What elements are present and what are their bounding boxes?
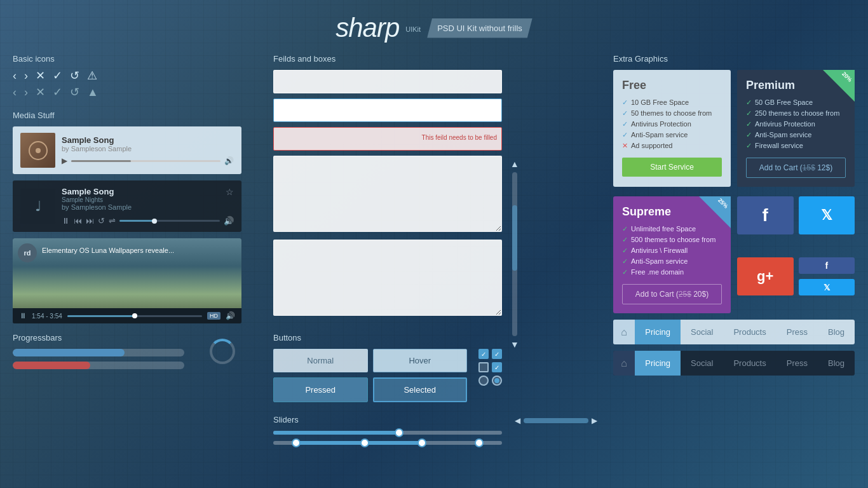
slider-track-1[interactable] — [273, 431, 502, 435]
chevron-left-dark-icon[interactable]: ‹ — [13, 86, 17, 98]
light-nav-home-button[interactable]: ⌂ — [613, 320, 635, 344]
dark-nav-press[interactable]: Press — [776, 351, 818, 376]
scroll-track-horizontal[interactable] — [524, 418, 588, 423]
triangle-icon[interactable]: ▲ — [87, 86, 98, 98]
premium-feature-2: ✓ 250 themes to choose from — [746, 109, 846, 118]
radio-button-2[interactable] — [492, 376, 502, 386]
slider-thumb-1[interactable] — [395, 428, 403, 437]
buttons-label: Buttons — [273, 333, 502, 342]
check-mark-4: ✓ — [494, 364, 499, 371]
multi-slider-thumb-mid[interactable] — [360, 438, 369, 447]
album-art-dark: ♩ — [20, 189, 55, 224]
dark-nav-home-button[interactable]: ⌂ — [613, 351, 635, 376]
textarea-1[interactable] — [273, 156, 502, 232]
volume-button-dark[interactable]: 🔊 — [224, 216, 234, 226]
hover-button[interactable]: Hover — [373, 349, 468, 372]
free-start-button[interactable]: Start Service — [622, 158, 722, 177]
next-button-dark[interactable]: ⏭ — [86, 216, 94, 226]
scroll-track-vertical[interactable] — [512, 172, 517, 336]
supreme-features-list: ✓ Unlimited free Space ✓ 500 themes to c… — [622, 225, 722, 276]
shuffle-button-dark[interactable]: ⇌ — [109, 216, 116, 226]
free-feature-4: ✓ Anti-Spam service — [622, 131, 722, 139]
repeat-button-dark[interactable]: ↺ — [98, 216, 105, 226]
warning-icon[interactable]: ⚠ — [87, 70, 97, 81]
multi-slider-thumb-end[interactable] — [475, 438, 484, 447]
video-pause-button[interactable]: ⏸ — [19, 311, 27, 320]
normal-button[interactable]: Normal — [273, 349, 368, 372]
right-panel: Extra Graphics Free ✓ 10 GB Free Space ✓… — [613, 54, 855, 382]
check-icon-f3: ✓ — [622, 120, 628, 128]
video-progress-bar[interactable] — [67, 315, 202, 317]
refresh-icon[interactable]: ↺ — [70, 70, 79, 81]
dark-player-controls: ⏸ ⏮ ⏭ ↺ ⇌ 🔊 — [62, 216, 234, 226]
track-title-dark: Sample Song — [62, 187, 132, 196]
buttons-with-checkboxes: Normal Hover Pressed Selected ✓ ✓ — [273, 349, 502, 409]
scroll-down-arrow[interactable]: ▼ — [510, 339, 519, 349]
scroll-left-arrow[interactable]: ◀ — [515, 416, 520, 425]
chevron-right-dark-icon[interactable]: › — [24, 86, 28, 98]
checkbox-2[interactable]: ✓ — [492, 349, 502, 359]
textarea-2[interactable] — [273, 240, 502, 316]
horizontal-scrollbar: ◀ ▶ — [515, 416, 597, 425]
text-input-2-active[interactable] — [273, 98, 502, 122]
checkbox-4[interactable]: ✓ — [492, 362, 502, 372]
text-input-1[interactable] — [273, 70, 502, 93]
volume-icon-light[interactable]: 🔊 — [224, 156, 234, 165]
facebook-icon-small[interactable]: f — [799, 257, 855, 274]
supreme-feature-3: ✓ Antivirus \ Firewall — [622, 247, 722, 255]
supreme-feature-4: ✓ Anti-Spam service — [622, 257, 722, 266]
scroll-right-arrow[interactable]: ▶ — [592, 416, 597, 425]
dark-nav-blog[interactable]: Blog — [818, 351, 855, 376]
progress-bar-blue-fill — [13, 349, 125, 356]
facebook-icon-large[interactable]: f — [737, 196, 794, 234]
dark-nav-pricing[interactable]: Pricing — [635, 351, 681, 376]
video-avatar: rd — [18, 243, 37, 262]
pressed-button[interactable]: Pressed — [273, 377, 368, 402]
selected-button[interactable]: Selected — [373, 377, 468, 402]
supreme-add-cart-button[interactable]: Add to Cart (25$ 20$) — [622, 284, 722, 304]
multi-slider-thumb-right[interactable] — [417, 438, 426, 447]
close-dark-icon[interactable]: ✕ — [36, 86, 45, 98]
google-plus-icon-large[interactable]: g+ — [737, 257, 794, 295]
chevron-left-icon[interactable]: ‹ — [13, 70, 17, 81]
premium-add-cart-button[interactable]: Add to Cart (15$ 12$) — [746, 158, 846, 178]
light-nav-press[interactable]: Press — [776, 320, 818, 344]
check-dark-icon[interactable]: ✓ — [53, 86, 62, 98]
light-nav-products[interactable]: Products — [723, 320, 776, 344]
light-nav-social[interactable]: Social — [681, 320, 723, 344]
light-nav-blog[interactable]: Blog — [818, 320, 855, 344]
multi-slider-track[interactable] — [273, 441, 502, 445]
twitter-icon-large[interactable]: 𝕏 — [799, 196, 855, 234]
video-volume-button[interactable]: 🔊 — [226, 311, 235, 320]
brand-ui-kit: UIKit — [405, 25, 421, 34]
multi-slider-thumb-left[interactable] — [292, 438, 301, 447]
free-feature-2: ✓ 50 themes to choose from — [622, 109, 722, 118]
play-button-light[interactable]: ▶ — [62, 156, 67, 165]
premium-card-title: Premium — [746, 79, 846, 92]
bottom-cards-row: 25% Supreme ✓ Unlimited free Space ✓ 500… — [613, 196, 855, 313]
multi-slider-fill — [296, 441, 422, 445]
light-nav-pricing[interactable]: Pricing — [635, 320, 681, 344]
close-icon[interactable]: ✕ — [36, 70, 45, 81]
chevron-right-icon[interactable]: › — [24, 70, 28, 81]
dark-nav-products[interactable]: Products — [723, 351, 776, 376]
progress-bar-light[interactable] — [71, 160, 220, 162]
pause-button-dark[interactable]: ⏸ — [62, 216, 70, 226]
supreme-pricing-card: 25% Supreme ✓ Unlimited free Space ✓ 500… — [613, 196, 731, 313]
checkbox-3[interactable] — [478, 362, 489, 372]
checkbox-1[interactable]: ✓ — [478, 349, 489, 359]
favorite-button[interactable]: ☆ — [226, 187, 234, 197]
dark-nav-social[interactable]: Social — [681, 351, 723, 376]
premium-pricing-card: 20% Premium ✓ 50 GB Free Space ✓ 250 the… — [737, 70, 855, 187]
scroll-thumb-vertical[interactable] — [512, 205, 517, 271]
left-panel: Basic icons ‹ › ✕ ✓ ↺ ⚠ ‹ › ✕ ✓ ↺ ▲ Medi… — [13, 54, 241, 374]
radio-button-1[interactable] — [478, 376, 489, 386]
check-icon[interactable]: ✓ — [53, 70, 62, 81]
twitter-icon-small[interactable]: 𝕏 — [799, 279, 855, 295]
scroll-up-arrow[interactable]: ▲ — [510, 159, 519, 169]
navigation-bars: ⌂ Pricing Social Products Press Blog ⌂ P… — [613, 320, 855, 376]
prev-button-dark[interactable]: ⏮ — [74, 216, 82, 226]
free-feature-3: ✓ Antivirus Protection — [622, 120, 722, 128]
progress-bar-dark[interactable] — [119, 220, 220, 222]
refresh-dark-icon[interactable]: ↺ — [70, 86, 79, 98]
